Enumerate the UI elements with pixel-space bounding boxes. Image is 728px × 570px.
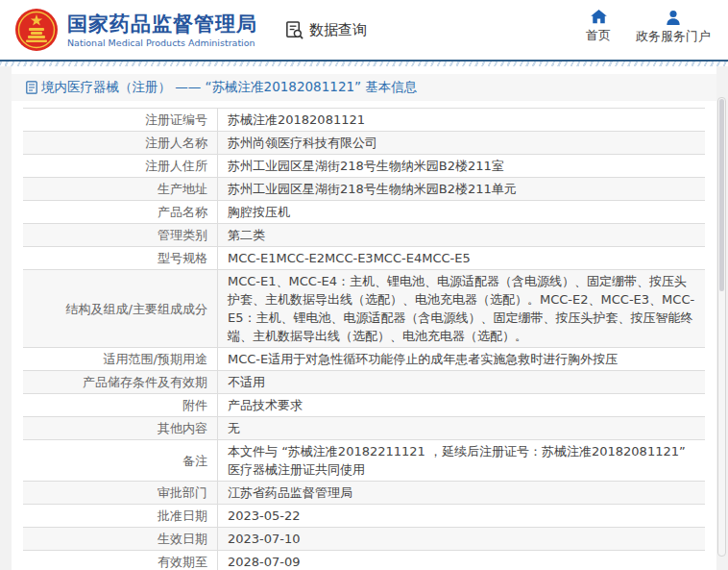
row-value: 苏州尚领医疗科技有限公司	[218, 132, 705, 154]
content-area: 境内医疗器械（注册） —— “苏械注准20182081121” 基本信息 注册证…	[0, 66, 728, 570]
row-label: 型号规格	[23, 247, 218, 269]
national-emblem-icon	[14, 8, 59, 52]
table-row: 注册人住所苏州工业园区星湖街218号生物纳米园B2楼211室	[23, 155, 705, 178]
data-query-label: 数据查询	[309, 21, 367, 39]
table-row: 注册证编号苏械注准20182081121	[23, 109, 705, 132]
row-value: 苏械注准20182081121	[218, 109, 705, 131]
row-label: 生效日期	[23, 528, 218, 550]
row-label: 注册证编号	[23, 109, 218, 131]
table-row: 附件产品技术要求	[23, 394, 705, 417]
row-label: 注册人住所	[23, 155, 218, 177]
row-label: 管理类别	[23, 224, 218, 246]
row-value: 2028-07-09	[218, 551, 705, 570]
row-label-text: 产品名称	[158, 203, 207, 221]
table-row: 结构及组成/主要组成成分MCC-E1、MCC-E4：主机、锂电池、电源适配器（含…	[23, 270, 705, 348]
row-label: 产品名称	[23, 201, 218, 223]
row-label: 批准日期	[23, 505, 218, 527]
row-label: 附件	[23, 394, 218, 416]
row-label-text: 注册人名称	[145, 134, 207, 152]
row-label: 注册人名称	[23, 132, 218, 154]
table-row: 有效期至2028-07-09	[23, 551, 705, 570]
table-row: 审批部门江苏省药品监督管理局	[23, 482, 705, 505]
row-value-text: 苏械注准20182081121	[228, 111, 365, 129]
table-row: 生产地址苏州工业园区星湖街218号生物纳米园B2楼211单元	[23, 178, 705, 201]
document-search-icon	[284, 20, 304, 40]
page-title-bar: 境内医疗器械（注册） —— “苏械注准20182081121” 基本信息	[12, 74, 716, 101]
table-row: 型号规格MCC-E1MCC-E2MCC-E3MCC-E4MCC-E5	[23, 247, 705, 270]
nav-item-home[interactable]: 首页	[586, 10, 611, 45]
row-value-text: MCC-E1、MCC-E4：主机、锂电池、电源适配器（含电源线）、固定绷带、按压…	[228, 272, 697, 345]
row-value-text: 产品技术要求	[228, 396, 303, 414]
row-label-text: 产品储存条件及有效期	[83, 373, 207, 391]
row-value: 产品技术要求	[218, 394, 705, 416]
row-value: 2023-07-10	[218, 528, 705, 550]
row-value-text: 第二类	[228, 226, 265, 244]
table-row: 产品储存条件及有效期不适用	[23, 371, 705, 394]
row-value-text: 2023-05-22	[228, 507, 301, 525]
header-divider	[0, 60, 728, 66]
table-row: 其他内容无	[23, 417, 705, 440]
nmpa-logo[interactable]: 国家药品监督管理局 National Medical Products Admi…	[14, 8, 257, 52]
scrollbar-thumb[interactable]	[719, 99, 724, 291]
row-label-text: 适用范围/预期用途	[104, 350, 207, 368]
row-value-text: MCC-E适用于对急性循环功能停止的成年患者实施急救时进行胸外按压	[228, 350, 618, 368]
row-label: 有效期至	[23, 551, 218, 570]
data-query-button[interactable]: 数据查询	[284, 20, 367, 40]
row-value: 本文件与 “苏械注准20182211121 ，延续后注册证号：苏械注准20182…	[218, 440, 705, 481]
row-value-text: 2023-07-10	[228, 530, 301, 548]
row-label-text: 附件	[182, 396, 207, 414]
table-row: 备注本文件与 “苏械注准20182211121 ，延续后注册证号：苏械注准201…	[23, 440, 705, 482]
document-icon	[26, 81, 37, 94]
row-label-text: 结构及组成/主要组成成分	[66, 300, 207, 318]
row-value: 江苏省药品监督管理局	[218, 482, 705, 504]
row-value-text: 无	[228, 419, 240, 437]
detail-panel: 境内医疗器械（注册） —— “苏械注准20182081121” 基本信息 注册证…	[12, 66, 716, 570]
row-value-text: 胸腔按压机	[228, 203, 290, 221]
row-label: 产品储存条件及有效期	[23, 371, 218, 393]
table-row: 批准日期2023-05-22	[23, 505, 705, 528]
row-value: 苏州工业园区星湖街218号生物纳米园B2楼211单元	[218, 178, 705, 200]
row-value: MCC-E1MCC-E2MCC-E3MCC-E4MCC-E5	[218, 247, 705, 269]
row-label-text: 型号规格	[158, 249, 207, 267]
table-row: 注册人名称苏州尚领医疗科技有限公司	[23, 132, 705, 155]
table-row: 适用范围/预期用途MCC-E适用于对急性循环功能停止的成年患者实施急救时进行胸外…	[23, 348, 705, 371]
row-value-text: 江苏省药品监督管理局	[228, 483, 352, 502]
info-table: 注册证编号苏械注准20182081121注册人名称苏州尚领医疗科技有限公司注册人…	[23, 108, 705, 570]
row-value-text: 苏州尚领医疗科技有限公司	[228, 134, 377, 152]
row-value: MCC-E1、MCC-E4：主机、锂电池、电源适配器（含电源线）、固定绷带、按压…	[218, 270, 705, 347]
agency-subtitle: National Medical Products Administration	[67, 37, 257, 48]
row-label-text: 生效日期	[158, 530, 207, 548]
row-label-text: 其他内容	[158, 419, 207, 437]
row-value-text: 苏州工业园区星湖街218号生物纳米园B2楼211单元	[228, 180, 517, 198]
row-label: 其他内容	[23, 417, 218, 439]
row-value-text: MCC-E1MCC-E2MCC-E3MCC-E4MCC-E5	[228, 249, 471, 267]
row-value: 无	[218, 417, 705, 439]
table-row: 生效日期2023-07-10	[23, 528, 705, 551]
home-icon	[591, 10, 607, 24]
logo-text: 国家药品监督管理局 National Medical Products Admi…	[67, 12, 257, 48]
table-row: 产品名称胸腔按压机	[23, 201, 705, 224]
row-label-text: 审批部门	[158, 483, 207, 502]
row-value: 不适用	[218, 371, 705, 393]
row-label: 适用范围/预期用途	[23, 348, 218, 370]
row-label-text: 有效期至	[158, 553, 207, 570]
row-label-text: 批准日期	[158, 507, 207, 525]
row-value: 苏州工业园区星湖街218号生物纳米园B2楼211室	[218, 155, 705, 177]
row-value: 胸腔按压机	[218, 201, 705, 223]
user-icon	[666, 10, 681, 25]
row-value-text: 2028-07-09	[228, 553, 301, 570]
row-value: MCC-E适用于对急性循环功能停止的成年患者实施急救时进行胸外按压	[218, 348, 705, 370]
vertical-scrollbar[interactable]	[717, 97, 726, 557]
site-header: 国家药品监督管理局 National Medical Products Admi…	[0, 0, 728, 60]
row-label: 审批部门	[23, 482, 218, 504]
row-value: 第二类	[218, 224, 705, 246]
row-label-text: 注册人住所	[145, 157, 207, 175]
table-row: 管理类别第二类	[23, 224, 705, 247]
row-label-text: 生产地址	[158, 180, 207, 198]
nav-item-portal[interactable]: 政务服务门户	[636, 10, 711, 45]
row-label: 生产地址	[23, 178, 218, 200]
row-value-text: 不适用	[228, 373, 265, 391]
row-label-text: 管理类别	[158, 226, 207, 244]
row-label: 结构及组成/主要组成成分	[23, 270, 218, 347]
page-title: 境内医疗器械（注册） —— “苏械注准20182081121” 基本信息	[41, 79, 417, 96]
